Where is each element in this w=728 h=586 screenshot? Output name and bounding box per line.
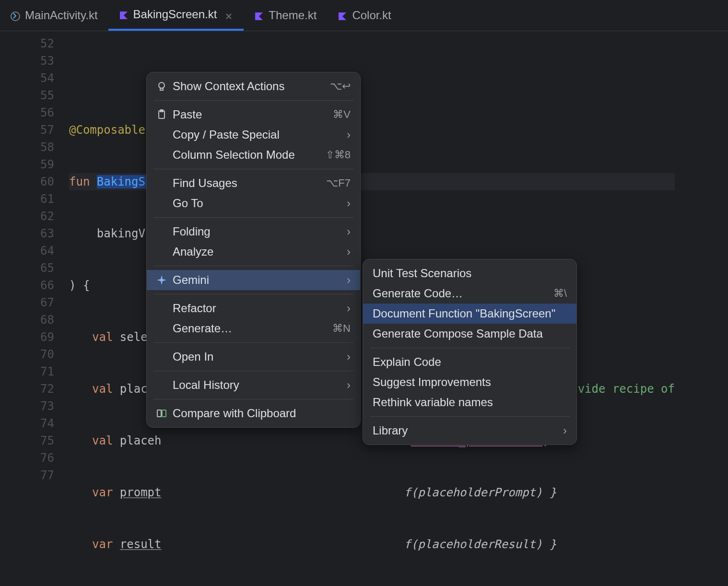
svg-point-1 (159, 82, 164, 88)
close-icon[interactable] (224, 10, 233, 19)
chevron-right-icon: › (563, 424, 567, 437)
line-number-gutter: 52 53 54 55 56 57 58 59 60 61 62 63 64 6… (0, 31, 65, 586)
submenu-rethink-names[interactable]: Rethink variable names (363, 392, 576, 412)
gemini-icon (156, 275, 173, 285)
menu-find-usages[interactable]: Find Usages⌥F7 (147, 173, 360, 193)
chevron-right-icon: › (347, 378, 351, 392)
chevron-right-icon: › (347, 128, 351, 141)
menu-paste[interactable]: Paste⌘V (147, 105, 360, 125)
svg-rect-5 (157, 410, 161, 417)
context-menu: Show Context Actions⌥↩ Paste⌘V Copy / Pa… (146, 72, 361, 428)
chevron-right-icon: › (347, 197, 351, 210)
svg-rect-2 (160, 88, 163, 90)
kotlin-icon (338, 11, 347, 20)
menu-folding[interactable]: Folding› (147, 222, 360, 242)
clipboard-icon (156, 109, 173, 120)
menu-refactor[interactable]: Refactor› (147, 298, 360, 318)
chevron-right-icon: › (347, 302, 351, 315)
menu-compare-clipboard[interactable]: Compare with Clipboard (147, 403, 360, 423)
submenu-document-function[interactable]: Document Function "BakingScreen" (363, 304, 576, 324)
menu-gemini[interactable]: Gemini› (147, 270, 360, 290)
submenu-compose-sample-data[interactable]: Generate Compose Sample Data (363, 324, 576, 344)
lightbulb-icon (156, 81, 173, 92)
submenu-library[interactable]: Library› (363, 421, 576, 441)
chevron-right-icon: › (347, 273, 351, 287)
svg-rect-6 (162, 410, 166, 417)
menu-goto[interactable]: Go To› (147, 193, 360, 213)
tab-theme[interactable]: Theme.kt (244, 0, 327, 31)
menu-show-context-actions[interactable]: Show Context Actions⌥↩ (147, 76, 360, 96)
menu-local-history[interactable]: Local History› (147, 375, 360, 395)
tab-label: Theme.kt (269, 9, 317, 22)
menu-open-in[interactable]: Open In› (147, 347, 360, 367)
menu-generate[interactable]: Generate…⌘N (147, 318, 360, 339)
compare-icon (156, 408, 173, 419)
kotlin-icon (119, 10, 129, 19)
menu-analyze[interactable]: Analyze› (147, 242, 360, 262)
tab-label: Color.kt (352, 9, 391, 22)
submenu-unit-test[interactable]: Unit Test Scenarios (363, 263, 576, 283)
kotlin-icon (254, 11, 264, 20)
kotlin-file-icon (11, 11, 20, 20)
tab-label: BakingScreen.kt (133, 8, 217, 21)
tab-color[interactable]: Color.kt (327, 0, 401, 31)
gemini-submenu: Unit Test Scenarios Generate Code…⌘\ Doc… (363, 259, 577, 445)
submenu-suggest-improvements[interactable]: Suggest Improvements (363, 372, 576, 392)
tab-bar: MainActivity.kt BakingScreen.kt Theme.kt… (0, 0, 728, 31)
tab-mainactivity[interactable]: MainActivity.kt (0, 0, 108, 31)
chevron-right-icon: › (347, 245, 351, 258)
submenu-generate-code[interactable]: Generate Code…⌘\ (363, 283, 576, 304)
chevron-right-icon: › (347, 225, 351, 238)
submenu-explain-code[interactable]: Explain Code (363, 352, 576, 372)
menu-copy-paste-special[interactable]: Copy / Paste Special› (147, 125, 360, 145)
tab-bakingscreen[interactable]: BakingScreen.kt (108, 0, 244, 31)
chevron-right-icon: › (347, 350, 351, 363)
tab-label: MainActivity.kt (25, 9, 98, 22)
menu-column-selection[interactable]: Column Selection Mode⇧⌘8 (147, 145, 360, 165)
